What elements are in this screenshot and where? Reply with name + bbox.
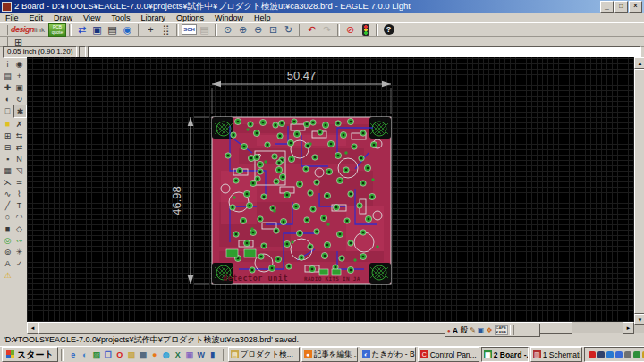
palette-miter-icon[interactable]: ◹ bbox=[13, 164, 25, 176]
palette-route-icon[interactable]: ∿ bbox=[2, 188, 13, 199]
quicklaunch-show-desktop-icon[interactable]: ❐ bbox=[103, 349, 114, 360]
menu-item-view[interactable]: View bbox=[78, 13, 106, 22]
stop-icon[interactable]: ⊘ bbox=[343, 23, 358, 36]
maximize-button[interactable]: ❐ bbox=[614, 1, 628, 13]
reload-board-icon[interactable]: ⇄ bbox=[74, 23, 89, 36]
task-button-3[interactable]: CControl Pan... bbox=[418, 347, 479, 362]
print-icon[interactable]: ▤ bbox=[105, 23, 120, 36]
palette-copy-icon[interactable]: ▣ bbox=[13, 81, 25, 93]
traffic-light-icon[interactable] bbox=[358, 23, 373, 36]
export-image-icon[interactable]: ◉ bbox=[120, 23, 135, 36]
task-button-4[interactable]: ▦2 Board -... bbox=[481, 347, 529, 362]
palette-ratsnest-icon[interactable]: ✳ bbox=[13, 246, 25, 257]
quicklaunch-excel-icon[interactable]: X bbox=[173, 349, 183, 360]
quicklaunch-notebook-icon[interactable]: ▮ bbox=[208, 349, 218, 360]
ime-grip[interactable] bbox=[510, 325, 514, 335]
palette-group-icon[interactable]: □ bbox=[2, 105, 13, 116]
palette-mirror-icon[interactable]: ◐ bbox=[2, 93, 13, 105]
palette-drc-icon[interactable]: ✓ bbox=[13, 257, 25, 269]
palette-via-icon[interactable]: ◎ bbox=[2, 234, 13, 246]
zoom-select-icon[interactable]: ⊡ bbox=[266, 23, 281, 36]
palette-delete-icon[interactable]: ✗ bbox=[13, 118, 25, 130]
palette-lock-icon[interactable]: ▪ bbox=[2, 153, 13, 164]
close-button[interactable]: × bbox=[629, 1, 642, 13]
palette-signal-icon[interactable]: ∾ bbox=[13, 234, 25, 246]
help-icon[interactable]: ? bbox=[381, 23, 396, 36]
zoom-in-icon[interactable]: ⊕ bbox=[235, 23, 250, 36]
palette-arc-icon[interactable]: ◠ bbox=[13, 211, 25, 223]
vertical-scrollbar[interactable]: ▲ ▼ bbox=[634, 57, 644, 333]
vertical-scroll-thumb[interactable] bbox=[634, 69, 644, 314]
palette-rotate-icon[interactable]: ↻ bbox=[13, 93, 25, 105]
redo-icon[interactable]: ↷ bbox=[319, 23, 335, 36]
palette-hole-icon[interactable]: ⊚ bbox=[2, 246, 13, 257]
palette-circle-icon[interactable]: ○ bbox=[2, 211, 13, 223]
pcb-quote-button[interactable]: PCB quote bbox=[48, 23, 66, 37]
zoom-redraw-icon[interactable]: ↻ bbox=[281, 23, 296, 36]
start-button[interactable]: スタート bbox=[2, 347, 58, 362]
scroll-up-icon[interactable]: ▲ bbox=[634, 57, 644, 69]
zoom-out-icon[interactable]: ⊖ bbox=[250, 23, 266, 36]
toolbar-grip[interactable] bbox=[4, 37, 8, 46]
task-button-0[interactable]: ▤プロダクト検... bbox=[228, 347, 300, 362]
switch-to-schematic-icon[interactable]: SCH bbox=[182, 23, 197, 36]
toolbar-grip[interactable] bbox=[4, 25, 8, 35]
menu-item-file[interactable]: File bbox=[0, 13, 24, 22]
palette-move-icon[interactable]: ✚ bbox=[2, 81, 13, 93]
zoom-fit-icon[interactable]: ⊙ bbox=[220, 23, 235, 36]
menu-item-draw[interactable]: Draw bbox=[48, 13, 78, 22]
scroll-down-icon[interactable]: ▼ bbox=[634, 314, 644, 325]
task-button-2[interactable]: ◐たきがわ - B... bbox=[360, 347, 416, 362]
quicklaunch-word-icon[interactable]: W bbox=[196, 349, 207, 360]
quicklaunch-my-computer-icon[interactable]: ▦ bbox=[138, 349, 148, 360]
tray-shield-icon[interactable] bbox=[597, 351, 605, 358]
ime-caps-kana-indicator[interactable]: CAPS KANA bbox=[495, 325, 509, 335]
tray-block-icon[interactable] bbox=[589, 351, 596, 358]
tray-update-icon[interactable] bbox=[615, 351, 623, 358]
ime-state-icon[interactable]: ● bbox=[447, 328, 451, 333]
palette-name-icon[interactable]: N bbox=[13, 153, 25, 164]
palette-cut-icon[interactable]: ■ bbox=[2, 118, 13, 130]
palette-gateswap-icon[interactable]: ⇄ bbox=[13, 141, 25, 153]
palette-display-layers-icon[interactable]: ▤ bbox=[2, 70, 13, 81]
palette-info-icon[interactable]: i bbox=[2, 58, 13, 70]
palette-replace-icon[interactable]: ⊟ bbox=[2, 141, 13, 153]
menu-item-help[interactable]: Help bbox=[249, 13, 276, 22]
palette-polygon-icon[interactable]: ◇ bbox=[13, 223, 25, 234]
tray-display-icon[interactable] bbox=[624, 351, 631, 358]
board-canvas[interactable]: 50.4746.98detector unitRADIO KITS IN JA bbox=[27, 57, 634, 322]
palette-optimize-icon[interactable]: ≃ bbox=[13, 176, 25, 188]
design-link-logo[interactable]: design bbox=[11, 25, 34, 34]
ime-dict-icon[interactable]: ❖ bbox=[486, 326, 492, 334]
task-button-5[interactable]: ▥1 Schemati... bbox=[530, 347, 582, 362]
palette-wire-icon[interactable]: ╱ bbox=[2, 199, 13, 211]
palette-rect-icon[interactable]: ■ bbox=[2, 223, 13, 234]
minimize-button[interactable]: _ bbox=[600, 1, 614, 13]
quicklaunch-ie-icon[interactable]: e bbox=[68, 349, 79, 360]
palette-errors-icon[interactable]: ⚠ bbox=[2, 269, 13, 281]
palette-change-icon[interactable]: ✱ bbox=[13, 105, 27, 118]
menu-item-tools[interactable]: Tools bbox=[106, 13, 135, 22]
quicklaunch-firefox-icon[interactable]: ● bbox=[149, 349, 160, 360]
palette-auto-icon[interactable]: A bbox=[2, 257, 13, 269]
quicklaunch-opera-icon[interactable]: O bbox=[114, 349, 125, 360]
palette-smash-icon[interactable]: ▦ bbox=[2, 164, 13, 176]
palette-pinswap-icon[interactable]: ⇆ bbox=[13, 130, 25, 141]
ime-mode-indicator[interactable]: A bbox=[453, 326, 459, 335]
quicklaunch-image-editor-icon[interactable]: ▣ bbox=[184, 349, 195, 360]
palette-add-icon[interactable]: ⊞ bbox=[2, 130, 13, 141]
ime-language-bar[interactable]: ● A 般 ✎▣❖ CAPS KANA bbox=[445, 324, 540, 337]
quicklaunch-browser-sphere-icon[interactable]: ◍ bbox=[161, 349, 172, 360]
ime-pad-icon[interactable]: ▣ bbox=[478, 326, 485, 334]
palette-ripup-icon[interactable]: ⌇ bbox=[13, 188, 25, 199]
tray-messenger-icon[interactable] bbox=[606, 351, 614, 358]
quicklaunch-folder-icon[interactable]: ▤ bbox=[126, 349, 137, 360]
palette-mark-icon[interactable]: + bbox=[13, 70, 25, 81]
palette-split-icon[interactable]: ⋋ bbox=[2, 176, 13, 188]
tray-antivirus-icon[interactable] bbox=[633, 351, 640, 358]
quicklaunch-photo-viewer-icon[interactable]: ▨ bbox=[91, 349, 102, 360]
menu-item-window[interactable]: Window bbox=[209, 13, 249, 22]
horizontal-scrollbar[interactable]: ◄ ► bbox=[27, 322, 634, 333]
palette-text-icon[interactable]: T bbox=[13, 199, 25, 211]
sheet-disabled-icon[interactable]: ▤ bbox=[197, 23, 212, 36]
